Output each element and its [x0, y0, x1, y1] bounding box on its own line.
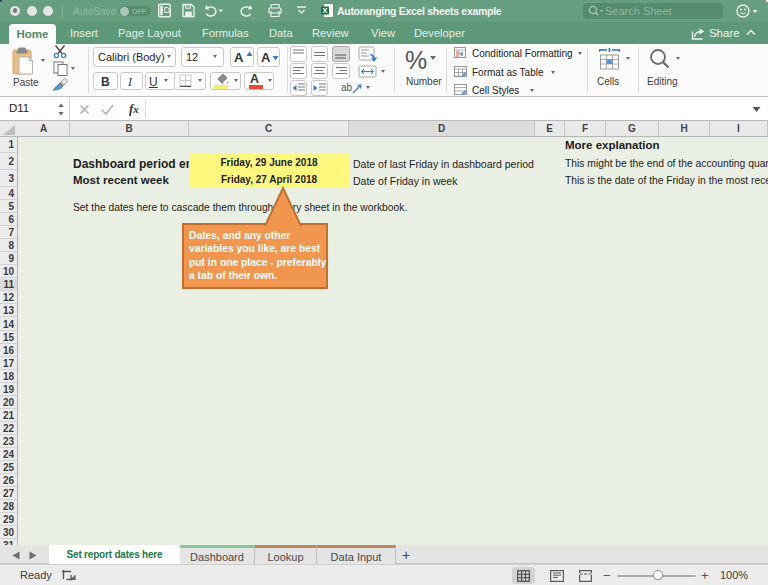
svg-text:X: X — [322, 6, 327, 15]
